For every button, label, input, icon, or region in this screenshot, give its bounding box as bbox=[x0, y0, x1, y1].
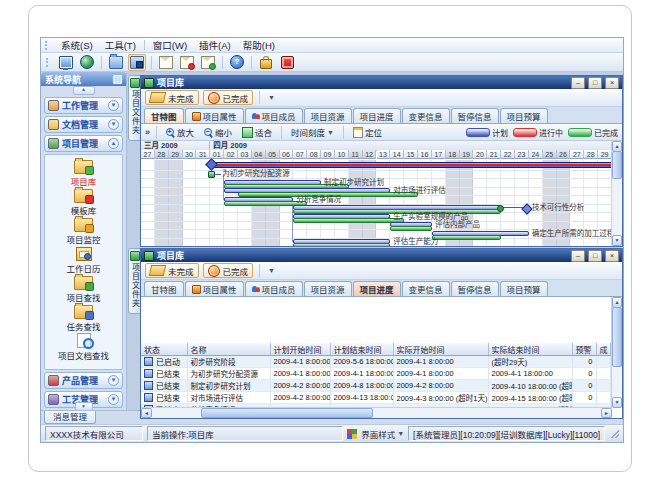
table-row[interactable]: 已结束为初步研究分配资源2009-4-1 8:00:002009-4-1 18:… bbox=[141, 368, 610, 380]
sidebar-item-任务查找[interactable]: 任务查找 bbox=[45, 303, 122, 332]
locate-button[interactable]: 定位 bbox=[350, 125, 385, 139]
members-icon bbox=[252, 286, 260, 293]
maximize-button[interactable] bbox=[588, 250, 602, 262]
computer-button[interactable] bbox=[57, 54, 75, 71]
filter-button-未完成[interactable]: 未完成 bbox=[145, 263, 199, 278]
column-header-实际开始时间[interactable]: 实际开始时间 bbox=[393, 343, 488, 356]
sidebar-collapse-button[interactable]: ▲ bbox=[73, 86, 95, 95]
sidebar-item-项目文档查找[interactable]: 项目文档查找 bbox=[45, 332, 122, 361]
filter-button-未完成[interactable]: 未完成 bbox=[145, 90, 199, 105]
mail-delete-button[interactable] bbox=[178, 54, 196, 71]
chevron-down-icon[interactable]: ▼ bbox=[108, 119, 119, 130]
chevron-down-icon[interactable]: ▼ bbox=[108, 375, 119, 386]
day-cell-29: 29 bbox=[598, 150, 612, 159]
toolbar-overflow-chevron[interactable]: ▼ bbox=[268, 94, 275, 101]
sidebar-group-项目管理[interactable]: 项目管理▲ bbox=[44, 135, 123, 152]
table-row[interactable]: 已结束对市场进行评估2009-4-2 8:00:002009-4-13 18:0… bbox=[141, 392, 610, 404]
scroll-thumb[interactable] bbox=[612, 151, 622, 179]
actual-bar-评估内部产品[interactable] bbox=[390, 226, 432, 231]
sidebar-item-项目监控[interactable]: 项目监控 bbox=[45, 216, 122, 245]
sidebar-group-工作管理[interactable]: 工作管理▼ bbox=[44, 97, 123, 114]
lock-button[interactable] bbox=[257, 54, 275, 71]
chevron-up-icon[interactable]: ▲ bbox=[108, 138, 119, 149]
column-header-成[interactable]: 成 bbox=[596, 343, 610, 356]
sidebar-item-工作日历[interactable]: 工作日历 bbox=[45, 245, 122, 274]
globe-button[interactable] bbox=[78, 54, 96, 71]
actual-bar-确定生产所需的加工过程[interactable] bbox=[432, 235, 501, 240]
table-vertical-scrollbar[interactable]: ▲ ▼ bbox=[611, 297, 622, 408]
filter-button-已完成[interactable]: 已完成 bbox=[203, 263, 254, 278]
column-header-预警[interactable]: 预警 bbox=[572, 343, 596, 356]
mail-button[interactable] bbox=[157, 54, 175, 71]
tab-label: 项目成员 bbox=[262, 110, 296, 122]
scroll-left-arrow[interactable]: ◄ bbox=[141, 408, 152, 418]
pin-icon[interactable] bbox=[113, 75, 122, 84]
column-header-状态[interactable]: 状态 bbox=[141, 343, 187, 356]
tab-项目成员[interactable]: 项目成员 bbox=[245, 108, 303, 123]
resize-grip[interactable] bbox=[611, 430, 619, 438]
tab-项目成员[interactable]: 项目成员 bbox=[245, 281, 303, 296]
menu-item-5[interactable]: 帮助(H) bbox=[237, 37, 281, 53]
tab-项目属性[interactable]: 项目属性 bbox=[185, 281, 244, 296]
folder-button[interactable] bbox=[107, 54, 125, 71]
tab-甘特图[interactable]: 甘特图 bbox=[144, 108, 184, 123]
tab-项目预算[interactable]: 项目预算 bbox=[500, 108, 548, 123]
interface-style-dropdown[interactable]: 界面样式▼ bbox=[361, 428, 404, 440]
table-row[interactable]: 已启动初步研究阶段2009-4-1 8:00:002009-5-6 18:00:… bbox=[141, 356, 610, 368]
sidebar-item-模板库[interactable]: 模板库 bbox=[45, 187, 122, 216]
maximize-button[interactable] bbox=[588, 77, 602, 89]
minimize-button[interactable] bbox=[571, 250, 585, 262]
column-header-实际结束时间[interactable]: 实际结束时间 bbox=[488, 343, 572, 356]
tab-项目进度[interactable]: 项目进度 bbox=[353, 281, 401, 296]
close-button[interactable] bbox=[605, 77, 619, 89]
toolbar-overflow-chevron[interactable]: ▼ bbox=[268, 267, 275, 274]
sidebar-group-文档管理[interactable]: 文档管理▼ bbox=[44, 116, 123, 133]
zoom-in-button[interactable]: +放大 bbox=[163, 125, 197, 139]
zoom-out-button[interactable]: −缩小 bbox=[201, 125, 235, 139]
tab-项目资源[interactable]: 项目资源 bbox=[304, 108, 352, 123]
help-button[interactable] bbox=[228, 54, 246, 71]
scroll-down-arrow[interactable]: ▼ bbox=[612, 235, 622, 246]
fit-button[interactable]: 适合 bbox=[239, 125, 275, 139]
menu-item-1[interactable]: 系统(S) bbox=[55, 37, 99, 53]
column-header-计划结束时间[interactable]: 计划结束时间 bbox=[330, 343, 393, 356]
table-row[interactable]: 已结束制定初步研究计划2009-4-2 8:00:002009-4-8 18:0… bbox=[141, 380, 610, 392]
filter-button-已完成[interactable]: 已完成 bbox=[203, 90, 254, 105]
scroll-down-arrow[interactable]: ▼ bbox=[612, 397, 622, 408]
gantt-vertical-scrollbar[interactable]: ▲ ▼ bbox=[611, 141, 622, 246]
actual-bar-评估生产能力[interactable] bbox=[293, 243, 390, 246]
menu-item-2[interactable]: 工具(T) bbox=[99, 37, 142, 53]
actual-bar-生产实验室规模的产品[interactable] bbox=[293, 218, 404, 223]
tab-项目进度[interactable]: 项目进度 bbox=[353, 108, 401, 123]
scroll-thumb[interactable] bbox=[612, 307, 622, 367]
filter-label: 未完成 bbox=[168, 92, 194, 104]
tab-暂停信息[interactable]: 暂停信息 bbox=[451, 108, 499, 123]
sidebar-item-项目库[interactable]: 项目库 bbox=[45, 158, 122, 187]
tab-变更信息[interactable]: 变更信息 bbox=[402, 281, 450, 296]
chevron-down-icon[interactable]: ▼ bbox=[108, 100, 119, 111]
message-management-tab[interactable]: 消息管理 bbox=[44, 411, 96, 424]
close-button[interactable] bbox=[605, 250, 619, 262]
table-horizontal-scrollbar[interactable]: ◄ ► bbox=[141, 407, 612, 418]
menu-item-4[interactable]: 插件(A) bbox=[193, 37, 237, 53]
tab-项目资源[interactable]: 项目资源 bbox=[304, 281, 352, 296]
column-header-计划开始时间[interactable]: 计划开始时间 bbox=[270, 343, 330, 356]
tab-项目预算[interactable]: 项目预算 bbox=[500, 281, 548, 296]
menu-item-3[interactable]: 窗口(W) bbox=[147, 37, 193, 53]
minimize-button[interactable] bbox=[571, 77, 585, 89]
tab-暂停信息[interactable]: 暂停信息 bbox=[451, 281, 499, 296]
exit-button[interactable] bbox=[278, 54, 296, 71]
timescale-button[interactable]: 时间刻度▼ bbox=[288, 125, 337, 139]
scroll-right-arrow[interactable]: ► bbox=[601, 408, 612, 418]
tab-变更信息[interactable]: 变更信息 bbox=[402, 108, 450, 123]
tab-项目属性[interactable]: 项目属性 bbox=[185, 108, 244, 123]
tab-label: 暂停信息 bbox=[458, 110, 492, 122]
column-header-名称[interactable]: 名称 bbox=[187, 343, 270, 356]
sidebar-item-项目查找[interactable]: 项目查找 bbox=[45, 274, 122, 303]
sidebar-group-产品管理[interactable]: 产品管理▼ bbox=[44, 372, 123, 389]
save-button[interactable] bbox=[128, 54, 146, 71]
chevrons-icon[interactable]: » bbox=[145, 127, 150, 137]
scroll-thumb[interactable] bbox=[201, 408, 373, 418]
tab-甘特图[interactable]: 甘特图 bbox=[144, 281, 184, 296]
mail-new-button[interactable] bbox=[199, 54, 217, 71]
